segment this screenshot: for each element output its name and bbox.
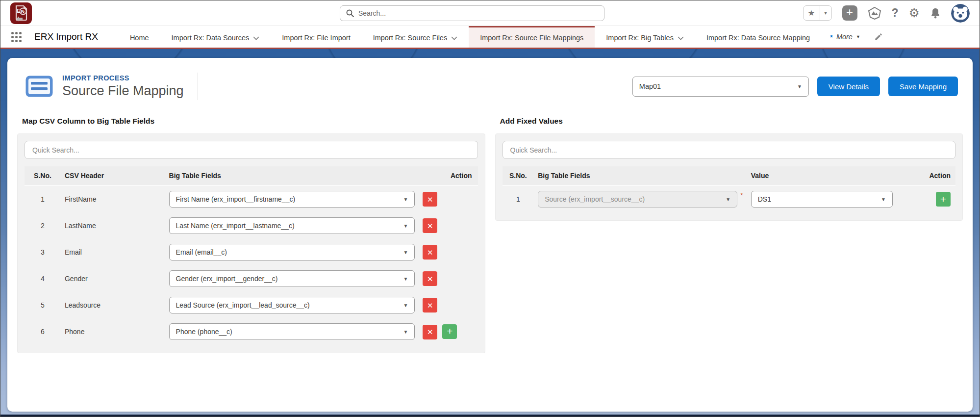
global-actions-icon[interactable]: + <box>842 5 857 21</box>
big-table-field-select[interactable]: Lead Source (erx_import__lead_source__c)… <box>169 297 415 313</box>
setup-gear-icon[interactable]: ⚙ <box>909 7 920 19</box>
global-header: E ℞ ★ ▾ + ? ⚙ <box>0 0 980 26</box>
row-number: 1 <box>25 185 61 212</box>
remove-row-button[interactable]: ✕ <box>423 298 437 313</box>
fixed-value-value: DS1 <box>758 195 771 203</box>
fixed-values-table: S.No. Big Table Fields Value Action <box>503 166 956 212</box>
big-table-field-select[interactable]: Phone (phone__c) ▼ <box>169 323 415 340</box>
user-avatar[interactable] <box>951 4 970 23</box>
chevron-down-icon <box>678 36 684 40</box>
csv-quick-search-input[interactable] <box>25 141 478 159</box>
remove-row-button[interactable]: ✕ <box>423 271 437 286</box>
favorites-caret-icon[interactable]: ▾ <box>820 6 831 20</box>
fixed-field-value: Source (erx_import__source__c) <box>545 195 645 203</box>
edit-nav-pencil-icon[interactable] <box>869 26 893 48</box>
remove-row-button[interactable]: ✕ <box>423 325 437 339</box>
nav-bar: ERX Import RX Home Import Rx: Data Sourc… <box>0 26 980 48</box>
csv-header-cell: FirstName <box>61 185 165 212</box>
big-table-field-value: Lead Source (erx_import__lead_source__c) <box>176 301 310 309</box>
nav-tab-label: Import Rx: Source File Mappings <box>480 34 583 42</box>
csv-mapping-table: S.No. CSV Header Big Table Fields Action <box>25 166 478 345</box>
page-header: IMPORT PROCESS Source File Mapping Map01… <box>7 58 973 112</box>
nav-tab-label: Import Rx: Data Sources <box>172 34 250 42</box>
column-header: Action <box>419 166 477 186</box>
big-table-field-value: Phone (phone__c) <box>176 328 232 336</box>
caret-down-icon: ▼ <box>856 34 860 39</box>
help-icon[interactable]: ? <box>892 6 899 20</box>
view-details-button[interactable]: View Details <box>817 77 880 96</box>
app-name: ERX Import RX <box>34 31 98 42</box>
fixed-values-section: Add Fixed Values S.No. Big Table Fields <box>495 112 963 221</box>
nav-tab[interactable]: Import Rx: Big Tables <box>595 26 695 48</box>
favorites-star-icon[interactable]: ★ <box>804 6 820 20</box>
column-header: S.No. <box>503 166 534 186</box>
chevron-down-icon <box>451 36 457 40</box>
nav-tab[interactable]: Import Rx: File Import <box>271 26 361 48</box>
nav-tab-label: Import Rx: File Import <box>282 34 350 42</box>
nav-tab-label: Import Rx: Source Files <box>373 34 448 42</box>
caret-down-icon: ▼ <box>797 84 802 89</box>
remove-row-button[interactable]: ✕ <box>423 245 437 260</box>
caret-down-icon: ▼ <box>726 197 730 202</box>
org-logo-icon[interactable]: E ℞ <box>10 2 32 24</box>
big-table-field-select[interactable]: Last Name (erx_import__lastname__c) ▼ <box>169 217 415 234</box>
column-header: CSV Header <box>61 166 165 186</box>
nav-tabs: Home Import Rx: Data Sources Import Rx: … <box>119 26 821 48</box>
fixed-value-select[interactable]: DS1 ▼ <box>751 191 893 208</box>
remove-row-button[interactable]: ✕ <box>423 218 437 233</box>
csv-mapping-row: 5 Leadsource Lead Source (erx_import__le… <box>25 292 478 318</box>
big-table-field-select[interactable]: First Name (erx_import__firstname__c) ▼ <box>169 191 415 208</box>
header-divider <box>198 73 198 100</box>
page-eyebrow: IMPORT PROCESS <box>62 74 184 82</box>
mapping-select-value: Map01 <box>639 82 661 90</box>
global-search <box>340 5 604 21</box>
nav-tab[interactable]: Import Rx: Data Source Mapping <box>695 26 821 48</box>
column-header: Action <box>897 166 955 186</box>
column-header: Big Table Fields <box>165 166 419 186</box>
nav-tab[interactable]: Import Rx: Source File Mappings <box>469 26 595 48</box>
app-launcher-icon[interactable] <box>11 32 26 42</box>
big-table-field-value: Email (email__c) <box>176 248 227 256</box>
csv-mapping-section: Map CSV Column to Big Table Fields S.No.… <box>17 112 485 353</box>
notifications-bell-icon[interactable] <box>930 7 941 19</box>
nav-tab-label: Import Rx: Data Source Mapping <box>706 34 810 42</box>
add-row-button[interactable]: + <box>442 324 457 339</box>
column-header: Value <box>747 166 897 186</box>
csv-mapping-row: 2 LastName Last Name (erx_import__lastna… <box>25 212 478 239</box>
required-asterisk: * <box>740 192 743 199</box>
unsaved-marker: * <box>830 33 833 41</box>
caret-down-icon: ▼ <box>403 276 408 282</box>
search-icon <box>346 9 354 17</box>
nav-tab-label: Home <box>130 34 149 42</box>
csv-header-cell: Email <box>61 239 165 265</box>
global-search-input[interactable] <box>358 9 598 17</box>
fixed-values-heading: Add Fixed Values <box>500 117 963 126</box>
fixed-field-select[interactable]: Source (erx_import__source__c) ▼ <box>538 191 737 208</box>
app-window: E ℞ ★ ▾ + ? ⚙ <box>0 0 980 417</box>
nav-tab[interactable]: Home <box>119 26 160 48</box>
nav-tab[interactable]: Import Rx: Source Files <box>362 26 469 48</box>
csv-header-cell: Phone <box>61 318 165 345</box>
save-mapping-button[interactable]: Save Mapping <box>888 77 958 96</box>
big-table-field-value: Last Name (erx_import__lastname__c) <box>176 222 295 230</box>
row-number: 6 <box>25 318 61 345</box>
page-title: Source File Mapping <box>62 83 184 99</box>
row-number: 3 <box>25 239 61 265</box>
csv-mapping-row: 4 Gender Gender (erx_import__gender__c) … <box>25 265 478 292</box>
big-table-field-select[interactable]: Gender (erx_import__gender__c) ▼ <box>169 270 415 287</box>
big-table-field-select[interactable]: Email (email__c) ▼ <box>169 244 415 261</box>
svg-text:℞: ℞ <box>21 9 25 14</box>
row-number: 4 <box>25 265 61 292</box>
nav-more-tab[interactable]: * More ▼ <box>821 26 869 48</box>
big-table-field-value: First Name (erx_import__firstname__c) <box>176 195 296 203</box>
chevron-down-icon <box>253 36 259 40</box>
guidance-center-icon[interactable] <box>868 7 881 20</box>
nav-tab[interactable]: Import Rx: Data Sources <box>160 26 271 48</box>
add-fixed-value-button[interactable]: + <box>936 192 951 207</box>
csv-mapping-row: 1 FirstName First Name (erx_import__firs… <box>25 185 478 212</box>
column-header: S.No. <box>25 166 61 186</box>
mapping-select[interactable]: Map01 ▼ <box>632 77 809 97</box>
row-number: 5 <box>25 292 61 318</box>
remove-row-button[interactable]: ✕ <box>423 192 437 207</box>
fixed-values-quick-search-input[interactable] <box>503 141 956 159</box>
